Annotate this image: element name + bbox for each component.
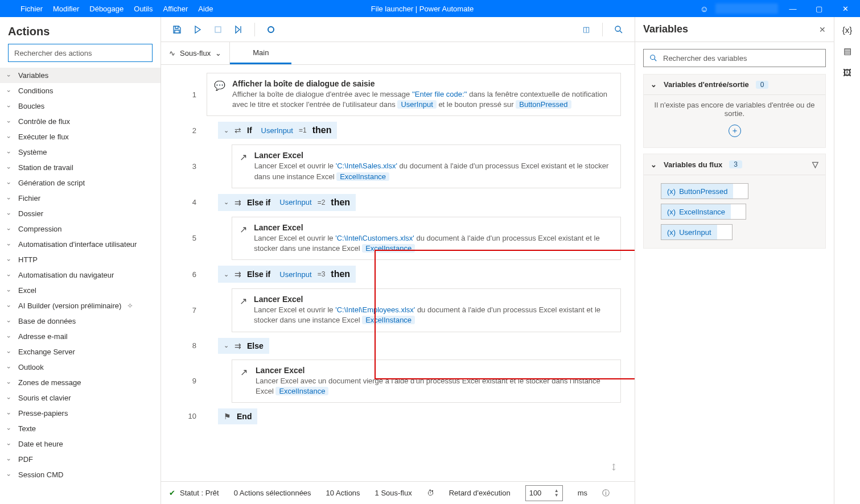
action-display-input-dialog[interactable]: 💬 Afficher la boîte de dialogue de saisi… <box>207 73 621 116</box>
condition-elseif[interactable]: ⌄ ⇉ Else if UserInput =3 then <box>218 266 356 283</box>
category-item[interactable]: ›Zones de message <box>0 375 161 390</box>
category-item[interactable]: ›Session CMD <box>0 467 161 482</box>
category-item[interactable]: ›Fichier <box>0 191 161 206</box>
category-item[interactable]: ›AI Builder (version préliminaire) ✧ <box>0 298 161 313</box>
flow-variables-section: ⌄ Variables du flux 3 ▽ (x) ButtonPresse… <box>643 154 826 249</box>
flow-count-badge: 3 <box>729 160 742 168</box>
variable-chip[interactable]: (x) ButtonPressed <box>661 183 748 199</box>
designer-pane: ◫ ∿ Sous-flux ⌄ Main 1 💬 Afficher la boî… <box>161 17 635 504</box>
action-desc: Lancer Excel et ouvrir le 'C:\Intel\Sale… <box>254 161 614 181</box>
keyword-end: End <box>237 412 252 421</box>
line-number: 10 <box>161 408 207 424</box>
variable-chip[interactable]: (x) UserInput <box>661 224 733 240</box>
tab-main[interactable]: Main <box>230 42 291 64</box>
category-item[interactable]: ›Station de travail <box>0 160 161 175</box>
category-label: AI Builder (version préliminaire) <box>18 301 121 310</box>
status-actions: 10 Actions <box>326 489 360 497</box>
subflow-label: Sous-flux <box>180 49 211 57</box>
category-item[interactable]: ›Contrôle de flux <box>0 114 161 129</box>
record-button[interactable] <box>263 22 279 38</box>
category-item[interactable]: ›Conditions <box>0 83 161 98</box>
category-item[interactable]: ›Adresse e-mail <box>0 329 161 344</box>
step-button[interactable] <box>231 22 246 38</box>
category-item[interactable]: ›Exchange Server <box>0 344 161 360</box>
menu-modifier[interactable]: Modifier <box>53 5 79 13</box>
run-button[interactable] <box>190 22 205 38</box>
save-button[interactable] <box>169 22 185 38</box>
actions-category-list[interactable]: ›Variables›Conditions›Boucles›Contrôle d… <box>0 68 161 504</box>
filter-icon[interactable]: ▽ <box>812 160 818 169</box>
condition-end[interactable]: ⚑ End <box>218 408 257 424</box>
chevron-right-icon: › <box>6 72 13 79</box>
category-item[interactable]: ›Automatisation du navigateur <box>0 267 161 283</box>
category-item[interactable]: ›Système <box>0 144 161 160</box>
variable-token: UserInput <box>258 126 297 135</box>
category-label: Excel <box>18 286 36 295</box>
category-item[interactable]: ›Base de données <box>0 313 161 329</box>
category-item[interactable]: ›HTTP <box>0 252 161 267</box>
collapse-icon[interactable]: ⌄ <box>224 127 229 134</box>
action-title: Lancer Excel <box>256 366 614 375</box>
branch-icon: ⇄ <box>234 126 241 135</box>
images-rail-icon[interactable]: 🖼 <box>843 68 851 77</box>
category-item[interactable]: ›Date et heure <box>0 436 161 452</box>
variable-chip[interactable]: (x) ExcelInstance <box>661 204 746 220</box>
variables-search-input[interactable]: Rechercher des variables <box>643 49 826 67</box>
collapse-icon[interactable]: ⌄ <box>224 271 229 278</box>
category-item[interactable]: ›Variables <box>0 68 161 83</box>
info-icon[interactable]: ⓘ <box>602 488 610 498</box>
maximize-button[interactable]: ▢ <box>808 0 830 17</box>
category-label: Exchange Server <box>18 348 75 356</box>
action-launch-excel[interactable]: ↗ Lancer Excel Lancer Excel et ouvrir le… <box>232 144 621 188</box>
chevron-down-icon: ⌄ <box>215 49 221 57</box>
category-item[interactable]: ›Presse-papiers <box>0 406 161 421</box>
delay-input[interactable]: 100 ▲▼ <box>525 485 563 501</box>
menu-debogage[interactable]: Débogage <box>89 5 124 13</box>
category-item[interactable]: ›Boucles <box>0 98 161 114</box>
add-variable-button[interactable]: ＋ <box>729 125 741 137</box>
io-variables-header[interactable]: ⌄ Variables d'entrée/sortie 0 <box>644 75 825 94</box>
category-label: Base de données <box>18 317 76 325</box>
category-item[interactable]: ›Génération de script <box>0 175 161 191</box>
condition-elseif[interactable]: ⌄ ⇉ Else if UserInput =2 then <box>218 194 356 211</box>
spinner-icon[interactable]: ▲▼ <box>554 489 559 498</box>
chevron-right-icon: › <box>6 425 13 432</box>
action-launch-excel[interactable]: ↗ Lancer Excel Lancer Excel avec un docu… <box>232 360 621 403</box>
io-count-badge: 0 <box>756 81 769 89</box>
variable-token: ButtonPressed <box>516 100 571 109</box>
condition-if[interactable]: ⌄ ⇄ If UserInput =1 then <box>218 122 337 139</box>
category-item[interactable]: ›Texte <box>0 421 161 436</box>
category-item[interactable]: ›Dossier <box>0 206 161 221</box>
account-name[interactable] <box>715 3 778 14</box>
collapse-icon[interactable]: ⌄ <box>224 342 229 349</box>
category-item[interactable]: ›Exécuter le flux <box>0 129 161 144</box>
stop-button[interactable] <box>210 22 226 38</box>
category-item[interactable]: ›Automatisation d'interface utilisateur <box>0 237 161 252</box>
close-button[interactable]: ✕ <box>834 0 857 17</box>
actions-search-input[interactable]: Rechercher des actions <box>8 44 153 62</box>
variables-rail-icon[interactable]: {x} <box>842 25 853 35</box>
category-label: Dossier <box>18 209 43 218</box>
flow-search-button[interactable] <box>611 22 627 38</box>
menu-fichier[interactable]: Fichier <box>20 5 43 13</box>
category-item[interactable]: ›Compression <box>0 221 161 237</box>
category-item[interactable]: ›PDF <box>0 452 161 467</box>
minimize-button[interactable]: — <box>781 0 804 17</box>
category-item[interactable]: ›Excel <box>0 283 161 298</box>
close-pane-button[interactable]: ✕ <box>819 25 826 34</box>
chevron-right-icon: › <box>6 164 13 171</box>
category-item[interactable]: ›Outlook <box>0 360 161 375</box>
launch-icon: ↗ <box>239 151 248 163</box>
collapse-icon[interactable]: ⌄ <box>224 199 229 206</box>
data-button[interactable]: ◫ <box>578 22 594 38</box>
subflow-dropdown[interactable]: ∿ Sous-flux ⌄ <box>161 42 230 64</box>
action-launch-excel[interactable]: ↗ Lancer Excel Lancer Excel et ouvrir le… <box>232 288 621 332</box>
account-icon[interactable]: ☺ <box>700 4 709 14</box>
layers-rail-icon[interactable]: ▤ <box>843 46 851 56</box>
action-launch-excel[interactable]: ↗ Lancer Excel Lancer Excel et ouvrir le… <box>232 217 621 260</box>
condition-else[interactable]: ⌄ ⇉ Else <box>218 338 269 354</box>
category-item[interactable]: ›Souris et clavier <box>0 390 161 406</box>
flow-canvas[interactable]: 1 💬 Afficher la boîte de dialogue de sai… <box>161 65 635 504</box>
flow-variables-header[interactable]: ⌄ Variables du flux 3 ▽ <box>644 154 825 175</box>
actions-title: Actions <box>0 17 161 44</box>
